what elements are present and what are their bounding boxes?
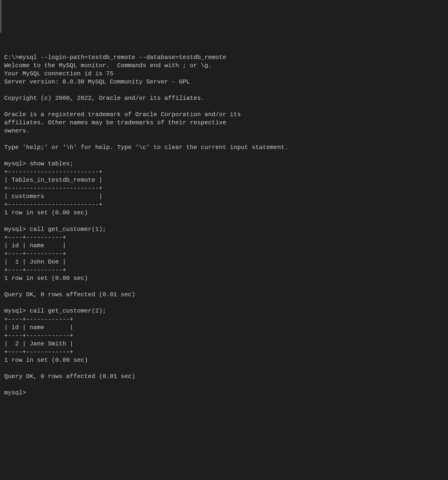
terminal-line	[4, 364, 444, 373]
terminal-line	[4, 135, 444, 143]
terminal-line: +----+----------+	[4, 233, 444, 242]
terminal-line: +-------------------------+	[4, 201, 444, 209]
terminal-line: +----+----------+	[4, 250, 444, 258]
terminal-output[interactable]: C:\>mysql --login-path=testdb_remote --d…	[4, 53, 444, 397]
terminal-line: | customers |	[4, 192, 444, 201]
terminal-line	[4, 102, 444, 111]
terminal-line: 1 row in set (0.00 sec)	[4, 274, 444, 282]
terminal-line: +----+----------+	[4, 266, 444, 274]
terminal-line: 1 row in set (0.00 sec)	[4, 209, 444, 217]
terminal-line: +-------------------------+	[4, 184, 444, 192]
terminal-line: +----+------------+	[4, 315, 444, 324]
terminal-line	[4, 299, 444, 307]
scrollbar-vertical[interactable]	[0, 0, 1, 33]
terminal-line	[4, 86, 444, 94]
terminal-line: +----+------------+	[4, 348, 444, 356]
terminal-line: mysql> call get_customer(2);	[4, 307, 444, 315]
terminal-line: | 2 | Jane Smith |	[4, 340, 444, 348]
terminal-line: Oracle is a registered trademark of Orac…	[4, 111, 444, 119]
terminal-line: | id | name |	[4, 242, 444, 250]
terminal-line: mysql> show tables;	[4, 160, 444, 168]
terminal-line: Query OK, 0 rows affected (0.01 sec)	[4, 373, 444, 381]
terminal-line: Copyright (c) 2000, 2022, Oracle and/or …	[4, 94, 444, 102]
terminal-line: | id | name |	[4, 324, 444, 332]
terminal-line: Server version: 8.0.30 MySQL Community S…	[4, 78, 444, 86]
terminal-line: mysql> call get_customer(1);	[4, 225, 444, 233]
terminal-line	[4, 282, 444, 291]
terminal-line: Welcome to the MySQL monitor. Commands e…	[4, 62, 444, 70]
terminal-line: | Tables_in_testdb_remote |	[4, 176, 444, 184]
terminal-line: owners.	[4, 127, 444, 135]
terminal-line	[4, 152, 444, 160]
terminal-line: | 1 | John Doe |	[4, 258, 444, 266]
terminal-line: 1 row in set (0.00 sec)	[4, 356, 444, 364]
terminal-line: affiliates. Other names may be trademark…	[4, 119, 444, 127]
terminal-line: C:\>mysql --login-path=testdb_remote --d…	[4, 53, 444, 62]
terminal-line: Type 'help;' or '\h' for help. Type '\c'…	[4, 143, 444, 152]
terminal-line: Your MySQL connection id is 75	[4, 70, 444, 78]
terminal-line: +----+------------+	[4, 332, 444, 340]
terminal-line: +-------------------------+	[4, 168, 444, 176]
terminal-line	[4, 217, 444, 225]
terminal-line: Query OK, 0 rows affected (0.01 sec)	[4, 291, 444, 299]
terminal-line	[4, 381, 444, 389]
terminal-line: mysql>	[4, 389, 444, 397]
